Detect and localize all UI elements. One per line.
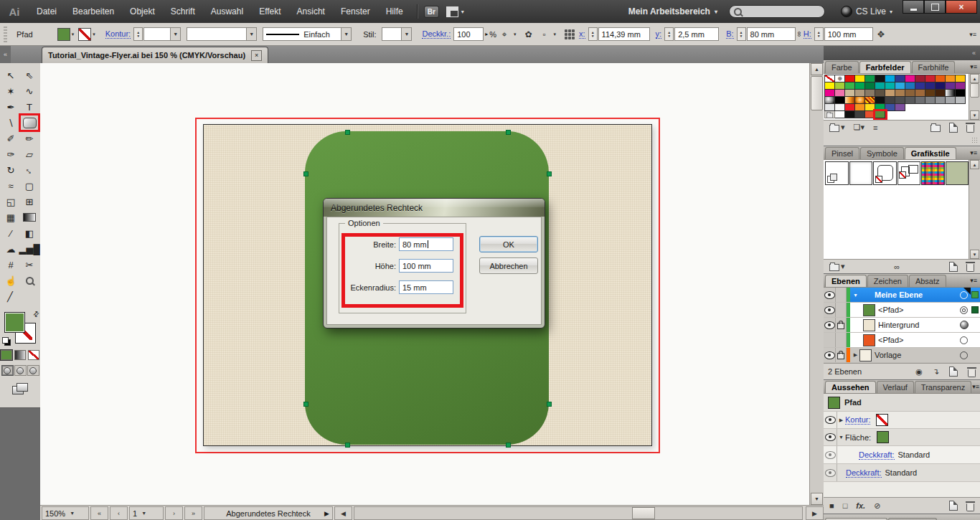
eyedropper-tool[interactable]: ∕ (1, 225, 20, 241)
swatch[interactable] (885, 97, 895, 104)
swatch[interactable] (855, 82, 865, 90)
graphic-style-sage[interactable] (946, 161, 969, 185)
opacity-link[interactable]: Deckkr.: (422, 29, 451, 39)
swatch[interactable] (956, 75, 966, 82)
stroke-style-combo[interactable]: Einfach ▼ (263, 27, 352, 41)
pen-tool[interactable]: ✒ (1, 99, 20, 115)
stroke-attribute-link[interactable]: Kontur: (845, 415, 870, 425)
next-artboard-button[interactable]: › (165, 506, 183, 520)
new-layer-icon[interactable] (949, 367, 958, 377)
swatch-kinds-icon[interactable]: ❏▾ (854, 123, 864, 132)
anchor-point[interactable] (547, 171, 552, 176)
graphic-style-rounded-none[interactable] (873, 161, 897, 185)
swatch[interactable] (835, 104, 845, 111)
lasso-tool[interactable]: ∿ (20, 83, 39, 99)
opacity-input[interactable]: 100 (453, 27, 484, 41)
x-link[interactable]: x: (579, 29, 585, 39)
swatch[interactable] (885, 90, 895, 97)
object-opacity-row[interactable]: Deckkraft: Standard (824, 464, 980, 482)
menu-schrift[interactable]: Schrift (163, 0, 203, 23)
attribute-visibility-toggle[interactable] (824, 429, 837, 445)
last-artboard-button[interactable]: » (184, 506, 202, 520)
attribute-visibility-toggle[interactable] (824, 446, 837, 463)
panel-menu-icon[interactable]: ▾≡ (970, 63, 977, 70)
x-input[interactable]: 114,39 mm (598, 27, 650, 41)
type-tool[interactable]: T (20, 99, 39, 115)
swatch[interactable] (956, 82, 966, 90)
stroke-weight-stepper[interactable]: ▲▼ (133, 27, 143, 41)
draw-inside-button[interactable] (27, 365, 39, 376)
swatch[interactable] (895, 82, 905, 90)
artboard-number-combo[interactable]: 1 ▼ (129, 506, 164, 520)
scroll-left-icon[interactable]: ◀ (334, 506, 352, 520)
style-combo[interactable]: ▼ (382, 27, 412, 41)
y-input[interactable]: 2,5 mm (674, 27, 719, 41)
ok-button[interactable]: OK (479, 236, 538, 252)
arrange-documents-button[interactable]: ▾ (446, 6, 464, 17)
rotate-tool[interactable]: ↻ (1, 162, 20, 178)
anchor-point[interactable] (506, 130, 511, 135)
minimize-button[interactable] (903, 0, 924, 14)
new-sublayer-icon[interactable]: ↴ (933, 367, 939, 377)
bridge-button[interactable]: Br (424, 6, 439, 18)
swatch[interactable] (936, 97, 946, 104)
x-stepper[interactable]: ▲▼ (588, 27, 598, 41)
scroll-right-icon[interactable]: ▶ (806, 506, 824, 520)
swatch[interactable] (946, 75, 956, 82)
duplicate-item-icon[interactable] (949, 501, 958, 511)
swatch[interactable] (865, 82, 875, 90)
scroll-up-icon[interactable]: ▲ (970, 160, 979, 169)
layer-visibility-toggle[interactable] (824, 318, 836, 332)
tab-zeichen[interactable]: Zeichen (867, 275, 908, 287)
stroke-attribute-row[interactable]: ▶ Kontur: (824, 412, 980, 429)
horizontal-scrollbar[interactable] (354, 506, 803, 520)
swatch-highlighted-green[interactable] (875, 111, 885, 118)
layer-target-icon[interactable] (958, 333, 970, 347)
swatch[interactable] (835, 111, 845, 118)
graphic-style-mosaic[interactable] (921, 161, 945, 185)
swatch[interactable] (885, 82, 895, 90)
attribute-visibility-toggle[interactable] (824, 464, 837, 481)
layer-name[interactable]: <Pfad> (878, 336, 903, 344)
collapse-icon[interactable]: ▼ (837, 435, 845, 440)
canvas[interactable]: Abgerundetes Rechteck Optionen Breite: 8… (40, 63, 809, 505)
swatch[interactable] (865, 75, 875, 82)
zoom-tool[interactable] (20, 273, 39, 288)
swatch[interactable] (895, 104, 905, 111)
none-mode-button[interactable] (28, 350, 39, 360)
swatch[interactable] (835, 82, 845, 90)
scroll-up-icon[interactable]: ▲ (970, 74, 979, 83)
fill-color-swatch[interactable] (57, 28, 70, 41)
menu-effekt[interactable]: Effekt (251, 0, 288, 23)
layer-lock-toggle[interactable] (836, 303, 847, 317)
swatch[interactable] (925, 75, 936, 82)
cancel-button[interactable]: Abbrechen (479, 257, 538, 274)
previous-artboard-button[interactable]: ‹ (110, 506, 128, 520)
swatch[interactable] (875, 97, 885, 104)
anchor-point[interactable] (303, 171, 308, 176)
tab-pinsel[interactable]: Pinsel (825, 147, 859, 159)
stroke-weight-combo[interactable]: ▼ (143, 27, 181, 41)
pencil-tool[interactable]: ✏ (20, 131, 39, 146)
default-fill-stroke-icon[interactable] (2, 337, 11, 346)
blob-brush-tool[interactable]: ✑ (1, 146, 20, 162)
swatch[interactable] (895, 75, 905, 82)
break-link-icon[interactable]: ∞ (894, 263, 900, 271)
paintbrush-tool[interactable]: ✐ (1, 131, 20, 146)
tab-absatz[interactable]: Absatz (909, 275, 946, 287)
layer-lock-toggle[interactable] (836, 333, 847, 347)
swatch-gradient[interactable] (824, 97, 835, 104)
menu-objekt[interactable]: Objekt (122, 0, 163, 23)
transform-icon[interactable]: ✥ (875, 28, 887, 41)
delete-swatch-icon[interactable] (966, 122, 974, 133)
hand-tool[interactable]: ☝ (1, 273, 20, 288)
spinner-icon[interactable]: ▸ (485, 31, 488, 37)
tab-ebenen[interactable]: Ebenen (825, 275, 867, 287)
clear-appearance-icon[interactable]: ⊘ (874, 501, 880, 511)
new-stroke-icon[interactable]: ■ (829, 501, 834, 510)
isolate-selection-button[interactable]: ▫ (538, 28, 551, 41)
eraser-tool[interactable]: ▱ (20, 146, 39, 162)
swatch[interactable] (956, 90, 966, 97)
maximize-button[interactable] (924, 0, 946, 14)
swatch[interactable] (875, 104, 885, 111)
